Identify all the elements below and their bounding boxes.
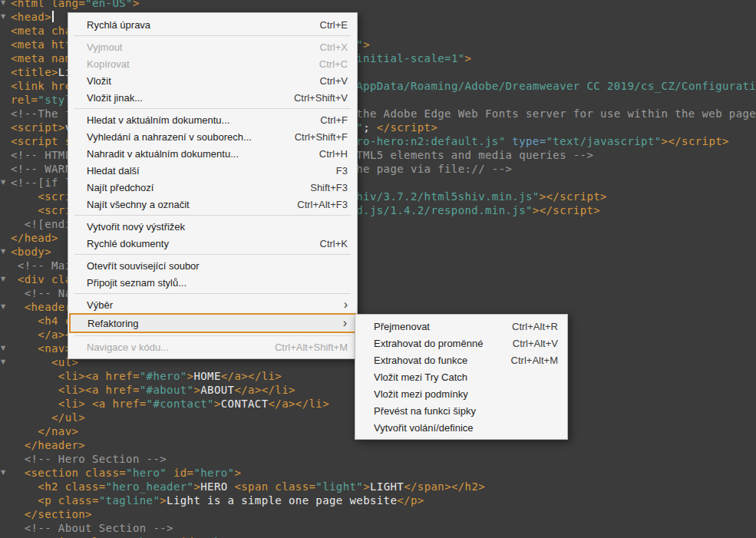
menu-item-hledat-dalsi[interactable]: Hledat dalšíF3 xyxy=(68,162,357,179)
menu-item-label: Převést na funkci šipky xyxy=(374,405,558,417)
code-segment: </header> xyxy=(11,439,85,451)
menu-shortcut: Ctrl+Shift+V xyxy=(294,92,348,104)
menu-item-extrahovat-do-funkce[interactable]: Extrahovat do funkceCtrl+Alt+M xyxy=(355,352,567,368)
code-segment: "tagline" xyxy=(99,494,160,507)
menu-item-extrahovat-do-promenne[interactable]: Extrahovat do proměnnéCtrl+Alt+V xyxy=(355,335,567,352)
menu-item-vyhledani-a-nahrazeni-v-souborech[interactable]: Vyhledání a nahrazení v souborech...Ctrl… xyxy=(68,128,357,145)
menu-item-nahradit-v-aktualnim-dokumentu[interactable]: Nahradit v aktuálním dokumentu...Ctrl+H xyxy=(68,145,357,162)
code-segment: <script> xyxy=(11,121,65,134)
menu-item-pripojit-seznam-stylu[interactable]: Připojit seznam stylů... xyxy=(68,274,357,291)
menu-item-otevrit-souvisejici-soubor[interactable]: Otevřít související soubor xyxy=(68,257,357,274)
menu-item-najit-vsechny-a-oznacit[interactable]: Najít všechny a označitCtrl+Alt+F3 xyxy=(68,196,357,213)
code-segment: <!-- About Section --> xyxy=(11,522,173,534)
code-segment: "#contact" xyxy=(147,398,214,410)
code-line[interactable]: <html lang="en-US"> xyxy=(11,0,756,10)
menu-item-prejmenovat[interactable]: PřejmenovatCtrl+Alt+R xyxy=(355,318,567,335)
code-segment: <li><a href= xyxy=(11,384,140,396)
code-segment: "hero_header" xyxy=(106,480,194,493)
code-line[interactable]: <section class="about" id="about"> xyxy=(11,535,756,538)
code-segment: <!-- Hero Section --> xyxy=(11,453,167,465)
code-segment: </a></li> xyxy=(269,398,329,410)
fold-arrow-icon[interactable]: ▼ xyxy=(1,276,9,283)
menu-item-vytvorit-volani-definice[interactable]: Vytvořit volání/definice xyxy=(355,419,567,436)
code-segment: "#about" xyxy=(140,384,194,396)
menu-shortcut: Ctrl+V xyxy=(320,75,348,87)
menu-item-label: Refaktoring xyxy=(87,318,328,329)
code-segment: Light is a simple one page website xyxy=(167,494,397,507)
code-segment: CONTACT xyxy=(221,398,269,410)
code-line[interactable]: </section> xyxy=(11,507,756,521)
menu-item-vlozit-jinak[interactable]: Vložit jinak...Ctrl+Shift+V xyxy=(68,89,357,106)
code-segment: "#hero" xyxy=(140,370,187,382)
code-segment: > xyxy=(133,0,140,9)
code-segment: > xyxy=(193,384,200,396)
menu-separator xyxy=(74,335,351,336)
code-segment: ABOUT xyxy=(200,384,234,396)
code-segment: > xyxy=(214,398,221,410)
code-segment: "hero" xyxy=(193,467,234,479)
menu-item-vlozit-mezi-try-catch[interactable]: Vložit mezi Try Catch xyxy=(355,368,567,385)
code-line[interactable]: </header> xyxy=(11,438,756,452)
menu-separator xyxy=(74,215,351,216)
menu-item-vlozit[interactable]: VložitCtrl+V xyxy=(68,72,357,89)
menu-item-label: Vyhledání a nahrazení v souborech... xyxy=(87,131,279,143)
menu-item-label: Vložit xyxy=(87,75,305,87)
menu-item-label: Výběr xyxy=(87,299,328,311)
menu-shortcut: Ctrl+Alt+Shift+M xyxy=(275,342,348,353)
menu-item-vlozit-mezi-podminky[interactable]: Vložit mezi podmínky xyxy=(355,385,567,402)
menu-item-label: Hledat další xyxy=(87,165,321,177)
code-segment: </p> xyxy=(397,494,424,507)
code-segment: </script> xyxy=(377,121,437,134)
code-segment: <html lang= xyxy=(11,0,85,9)
submenu-arrow-icon: › xyxy=(343,317,347,329)
menu-item-vytvorit-novy-vystrizek[interactable]: Vytvořit nový výstřižek xyxy=(68,218,357,235)
menu-separator xyxy=(74,254,351,255)
menu-shortcut: Ctrl+F xyxy=(320,114,348,126)
code-segment: > xyxy=(193,480,200,493)
fold-arrow-icon[interactable]: ▼ xyxy=(1,358,9,366)
code-line[interactable]: <section class="hero" id="hero"> xyxy=(11,466,756,480)
code-segment: > xyxy=(363,480,370,493)
menu-item-rychla-uprava[interactable]: Rychlá úpravaCtrl+E xyxy=(68,16,357,33)
code-segment: <p class= xyxy=(11,494,99,507)
code-line[interactable]: <p class="tagline">Light is a simple one… xyxy=(11,493,756,507)
code-segment: ></script> xyxy=(662,135,729,147)
fold-arrow-icon[interactable]: ▼ xyxy=(1,345,9,352)
text-cursor xyxy=(52,11,54,22)
code-line[interactable]: <!-- Hero Section --> xyxy=(11,452,756,466)
menu-item-rychle-dokumenty[interactable]: Rychlé dokumentyCtrl+K xyxy=(68,235,357,252)
menu-shortcut: Shift+F3 xyxy=(310,182,348,193)
code-segment: </ul> xyxy=(11,411,85,424)
menu-item-label: Rychlá úprava xyxy=(87,19,305,31)
menu-item-najit-predchozi[interactable]: Najít předchozíShift+F3 xyxy=(68,179,357,196)
code-segment: > xyxy=(465,52,472,64)
code-segment: rel= xyxy=(11,94,38,106)
menu-shortcut: Ctrl+Alt+F3 xyxy=(297,199,348,210)
code-segment: id= xyxy=(167,467,193,479)
fold-arrow-icon[interactable]: ▼ xyxy=(1,469,9,477)
fold-arrow-icon[interactable]: ▼ xyxy=(1,248,9,256)
fold-arrow-icon[interactable]: ▼ xyxy=(1,179,9,186)
menu-item-refaktoring[interactable]: Refaktoring› xyxy=(69,313,356,333)
menu-item-hledat-v-aktualnim-dokumentu[interactable]: Hledat v aktuálním dokumentu...Ctrl+F xyxy=(68,111,357,128)
code-line[interactable]: <h2 class="hero_header">HERO <span class… xyxy=(11,480,756,493)
menu-shortcut: Ctrl+E xyxy=(320,19,348,31)
code-segment: <h2 class= xyxy=(11,480,106,493)
code-segment: LIGHT xyxy=(370,480,404,493)
fold-arrow-icon[interactable]: ▼ xyxy=(1,0,9,7)
menu-item-label: Vytvořit nový výstřižek xyxy=(87,221,348,233)
code-segment: HERO xyxy=(200,480,234,493)
menu-item-label: Najít předchozí xyxy=(87,182,295,193)
code-segment: <section class= xyxy=(11,467,126,479)
code-segment: <nav> xyxy=(11,342,71,355)
code-segment: </a></li> xyxy=(221,370,282,382)
fold-arrow-icon[interactable]: ▼ xyxy=(1,303,9,311)
code-segment: "en-US" xyxy=(85,0,133,9)
menu-item-vyber[interactable]: Výběr› xyxy=(68,296,357,313)
menu-item-prevest-na-funkci-sipky[interactable]: Převést na funkci šipky xyxy=(355,402,567,419)
code-line[interactable]: <!-- About Section --> xyxy=(11,521,756,535)
code-segment: <head> xyxy=(11,11,51,23)
fold-arrow-icon[interactable]: ▼ xyxy=(1,13,9,21)
menu-item-label: Hledat v aktuálním dokumentu... xyxy=(87,114,305,126)
menu-shortcut: Ctrl+Alt+M xyxy=(511,355,558,366)
